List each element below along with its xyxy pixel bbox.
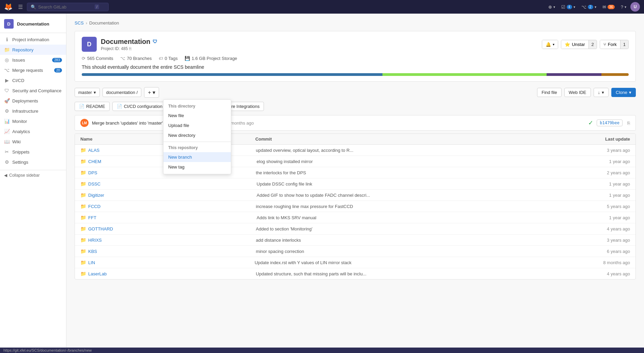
- wiki-icon: 📖: [4, 139, 10, 144]
- file-link-fft[interactable]: 📁FFT: [80, 215, 257, 220]
- fork-count: 1: [620, 40, 628, 49]
- copy-hash-button[interactable]: ⎘: [627, 121, 630, 126]
- folder-icon: 📁: [80, 170, 86, 175]
- issues-nav-button[interactable]: ☑ 4 ▾: [559, 3, 577, 11]
- web-ide-button[interactable]: Web IDE: [564, 88, 591, 97]
- last-update-laserlab: 4 years ago: [607, 271, 630, 276]
- copy-id-button[interactable]: ⎘: [129, 46, 131, 51]
- sidebar-project-header: D Documentation: [0, 16, 66, 33]
- sidebar-item-merge-requests[interactable]: ⌥ Merge requests 20: [0, 65, 66, 75]
- sidebar-item-label: Deployments: [12, 98, 38, 103]
- table-row: 📁Digitizer Added GIF to show how to upda…: [75, 190, 635, 201]
- download-button[interactable]: ↓ ▾: [594, 88, 609, 97]
- branch-selector[interactable]: master ▾: [75, 88, 100, 97]
- todos-badge: 36: [608, 5, 615, 9]
- create-button[interactable]: ⊕ ▾: [546, 3, 557, 11]
- sidebar-item-deployments[interactable]: 🚀 Deployments: [0, 96, 66, 106]
- sidebar-item-security[interactable]: 🛡 Security and Compliance: [0, 85, 66, 96]
- last-update-chem: 1 year ago: [609, 159, 630, 164]
- file-link-fccd[interactable]: 📁FCCD: [80, 204, 256, 209]
- commit-msg-fft: Adds link to MKS SRV manual: [257, 215, 609, 220]
- hamburger-icon[interactable]: ☰: [17, 2, 24, 12]
- file-link-lin[interactable]: 📁LIN: [80, 260, 255, 265]
- sidebar-item-analytics[interactable]: 📈 Analytics: [0, 126, 66, 137]
- folder-icon: 📁: [80, 159, 86, 164]
- new-tag-item[interactable]: New tag: [163, 162, 231, 172]
- find-file-button[interactable]: Find file: [537, 88, 562, 97]
- commit-message: Merge branch 'updates' into 'master' ...: [92, 121, 168, 126]
- lang-python: [82, 73, 382, 76]
- file-link-gotthard[interactable]: 📁GOTTHARD: [80, 226, 256, 231]
- last-update-gotthard: 4 years ago: [607, 226, 630, 231]
- search-shortcut: /: [95, 4, 99, 9]
- folder-icon: 📁: [80, 271, 86, 276]
- fork-label: Fork: [608, 42, 617, 47]
- commits-count: 565 Commits: [87, 56, 113, 61]
- last-update-hrixs: 3 years ago: [607, 238, 630, 243]
- breadcrumb-separator: ›: [86, 20, 87, 26]
- file-link-laserlab[interactable]: 📁LaserLab: [80, 271, 256, 276]
- new-branch-item[interactable]: New branch: [163, 152, 231, 162]
- gitlab-logo-icon[interactable]: 🦊: [4, 3, 13, 11]
- project-stats: ⟳ 565 Commits ⌥ 70 Branches 🏷 0 Tags 💾 1…: [82, 56, 629, 61]
- sidebar-item-infrastructure[interactable]: ⚙ Infrastructure: [0, 106, 66, 116]
- avatar[interactable]: U: [630, 2, 640, 12]
- table-row: 📁DPS the interlocks for the DPS 2 years …: [75, 167, 635, 178]
- todos-nav-button[interactable]: ✉ 36: [600, 3, 617, 11]
- last-update-dssc: 1 year ago: [609, 181, 630, 187]
- sidebar-item-snippets[interactable]: ✂ Snippets: [0, 147, 66, 157]
- table-row: 📁FFT Adds link to MKS SRV manual 1 year …: [75, 212, 635, 223]
- new-directory-item[interactable]: New directory: [163, 130, 231, 140]
- col-commit: Commit: [255, 137, 605, 142]
- tags-stat[interactable]: 🏷 0 Tags: [159, 56, 178, 61]
- collapse-sidebar-button[interactable]: ◀ Collapse sidebar: [0, 170, 66, 180]
- add-file-button[interactable]: + ▾: [144, 87, 159, 98]
- sidebar-item-label: Security and Compliance: [12, 88, 62, 93]
- branches-stat[interactable]: ⌥ 70 Branches: [120, 56, 152, 61]
- cicd-config-button[interactable]: 📄 CI/CD configuration: [112, 102, 167, 111]
- search-box[interactable]: 🔍 /: [27, 3, 109, 11]
- last-update-dps: 2 years ago: [607, 170, 630, 175]
- clone-button[interactable]: Clone ▾: [611, 88, 636, 97]
- new-file-item[interactable]: New file: [163, 111, 231, 121]
- repository-icon: 📁: [4, 47, 10, 52]
- sidebar-item-settings[interactable]: ⚙ Settings: [0, 157, 66, 167]
- file-link-kbs[interactable]: 📁KBS: [80, 248, 256, 254]
- sidebar-item-wiki[interactable]: 📖 Wiki: [0, 137, 66, 147]
- sidebar-item-issues[interactable]: ◎ Issues 283: [0, 55, 66, 65]
- storage-icon: 💾: [185, 56, 190, 61]
- branches-icon: ⌥: [120, 56, 125, 61]
- file-link-dssc[interactable]: 📁DSSC: [80, 181, 257, 187]
- sidebar-item-monitor[interactable]: 📊 Monitor: [0, 116, 66, 126]
- commits-icon: ⟳: [82, 56, 85, 61]
- sidebar-item-label: Project information: [12, 37, 49, 42]
- sidebar-item-cicd[interactable]: ▶ CI/CD: [0, 75, 66, 85]
- file-link-digitizer[interactable]: 📁Digitizer: [80, 192, 257, 198]
- unstar-label: Unstar: [572, 42, 585, 47]
- sidebar-item-label: Repository: [12, 47, 33, 52]
- search-input[interactable]: [38, 4, 93, 10]
- main-content: SCS › Documentation D Documentation 🛡 Pr…: [66, 14, 644, 353]
- notification-button[interactable]: 🔔 ▾: [542, 40, 558, 49]
- unstar-button[interactable]: ⭐ Unstar: [561, 40, 588, 49]
- commit-msg-gotthard: Added to section 'Monitoring': [256, 226, 607, 231]
- commit-hash[interactable]: b1479bee: [597, 119, 623, 126]
- sidebar-item-repository[interactable]: 📁 Repository: [0, 45, 66, 55]
- upload-file-item[interactable]: Upload file: [163, 121, 231, 130]
- sidebar-item-project-information[interactable]: ℹ Project information: [0, 34, 66, 45]
- download-icon: ↓: [598, 90, 600, 95]
- top-nav: 🦊 ☰ 🔍 / ⊕ ▾ ☑ 4 ▾ ⌥ 2 ▾ ✉ 36 ? ▾ U: [0, 0, 644, 14]
- issues-badge: 4: [567, 5, 572, 9]
- help-button[interactable]: ? ▾: [619, 3, 628, 11]
- lang-java: [601, 73, 629, 76]
- path-breadcrumb: documentation /: [103, 88, 142, 97]
- commits-stat[interactable]: ⟳ 565 Commits: [82, 56, 113, 61]
- sidebar-project-icon: D: [4, 19, 14, 29]
- breadcrumb-scs[interactable]: SCS: [75, 20, 84, 26]
- deployments-icon: 🚀: [4, 98, 10, 103]
- merge-requests-nav-button[interactable]: ⌥ 2 ▾: [579, 3, 598, 11]
- file-link-hrixs[interactable]: 📁HRIXS: [80, 237, 256, 243]
- fork-button[interactable]: ⑂ Fork: [600, 40, 620, 49]
- readme-button[interactable]: 📄 README: [75, 102, 110, 111]
- download-chevron-icon: ▾: [602, 90, 604, 95]
